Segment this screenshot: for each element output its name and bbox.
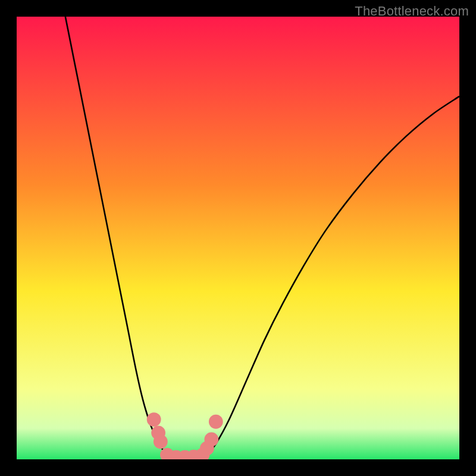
data-marker xyxy=(204,433,218,447)
plot-area xyxy=(17,17,459,459)
data-marker xyxy=(154,434,168,449)
gradient-background xyxy=(17,17,459,459)
chart-svg xyxy=(17,17,459,459)
data-marker xyxy=(147,412,161,427)
watermark-text: TheBottleneck.com xyxy=(355,4,469,19)
chart-frame: TheBottleneck.com xyxy=(0,0,476,476)
data-marker xyxy=(209,415,223,429)
